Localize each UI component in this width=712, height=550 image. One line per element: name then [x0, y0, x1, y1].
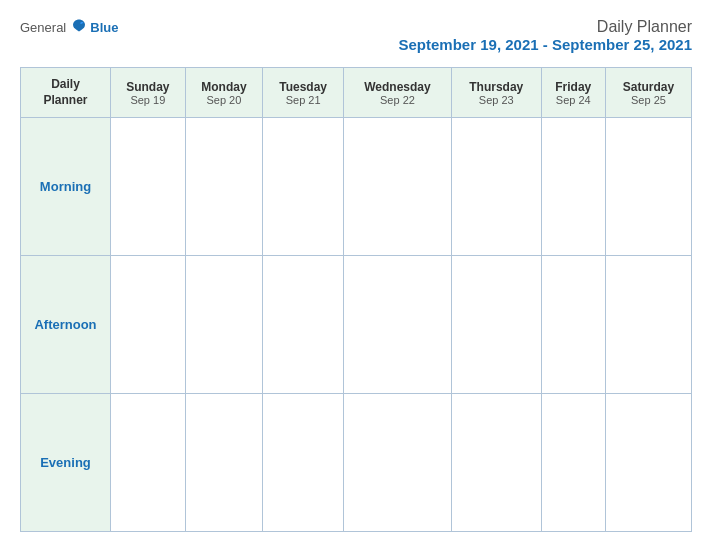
row-label-evening: Evening — [21, 394, 111, 532]
cell-evening-monday[interactable] — [185, 394, 263, 532]
col-header-thursday: Thursday Sep 23 — [451, 68, 541, 118]
col-header-saturday: Saturday Sep 25 — [605, 68, 691, 118]
cell-morning-friday[interactable] — [541, 118, 605, 256]
cell-afternoon-thursday[interactable] — [451, 256, 541, 394]
label-header: Daily Planner — [43, 77, 87, 107]
cell-afternoon-sunday[interactable] — [111, 256, 186, 394]
cell-afternoon-friday[interactable] — [541, 256, 605, 394]
cell-afternoon-saturday[interactable] — [605, 256, 691, 394]
col-header-wednesday: Wednesday Sep 22 — [344, 68, 452, 118]
cell-evening-thursday[interactable] — [451, 394, 541, 532]
cell-evening-tuesday[interactable] — [263, 394, 344, 532]
cell-morning-tuesday[interactable] — [263, 118, 344, 256]
row-label-morning: Morning — [21, 118, 111, 256]
cell-afternoon-monday[interactable] — [185, 256, 263, 394]
col-header-monday: Monday Sep 20 — [185, 68, 263, 118]
cell-morning-sunday[interactable] — [111, 118, 186, 256]
cell-afternoon-tuesday[interactable] — [263, 256, 344, 394]
cell-evening-friday[interactable] — [541, 394, 605, 532]
cell-morning-saturday[interactable] — [605, 118, 691, 256]
cell-evening-saturday[interactable] — [605, 394, 691, 532]
cell-afternoon-wednesday[interactable] — [344, 256, 452, 394]
cell-morning-monday[interactable] — [185, 118, 263, 256]
logo-bird-icon — [70, 18, 88, 36]
cell-morning-wednesday[interactable] — [344, 118, 452, 256]
page-header: General Blue Daily Planner September 19,… — [20, 18, 692, 53]
calendar-table: Daily Planner Sunday Sep 19 Monday Sep 2… — [20, 67, 692, 532]
planner-title: Daily Planner — [399, 18, 693, 36]
row-label-afternoon: Afternoon — [21, 256, 111, 394]
planner-dates: September 19, 2021 - September 25, 2021 — [399, 36, 693, 53]
cell-evening-sunday[interactable] — [111, 394, 186, 532]
logo-area: General Blue — [20, 18, 118, 36]
title-area: Daily Planner September 19, 2021 - Septe… — [399, 18, 693, 53]
col-header-sunday: Sunday Sep 19 — [111, 68, 186, 118]
row-morning: Morning — [21, 118, 692, 256]
logo-general-text: General — [20, 20, 66, 35]
row-evening: Evening — [21, 394, 692, 532]
col-header-label: Daily Planner — [21, 68, 111, 118]
col-header-tuesday: Tuesday Sep 21 — [263, 68, 344, 118]
row-afternoon: Afternoon — [21, 256, 692, 394]
cell-morning-thursday[interactable] — [451, 118, 541, 256]
col-header-friday: Friday Sep 24 — [541, 68, 605, 118]
cell-evening-wednesday[interactable] — [344, 394, 452, 532]
logo-blue-text: Blue — [90, 20, 118, 35]
